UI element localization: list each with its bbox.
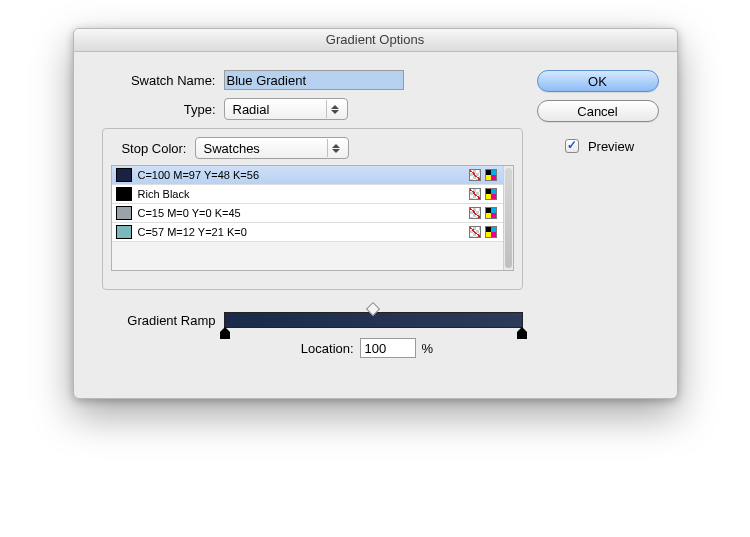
stop-color-popup-value: Swatches [204,141,260,156]
swatch-chip-icon [116,168,132,182]
location-label: Location: [301,341,354,356]
type-popup[interactable]: Radial [224,98,348,120]
scrollbar[interactable] [503,166,513,270]
swatch-type-icons [469,188,497,200]
swatch-type-icons [469,169,497,181]
dialog-window: Gradient Options Swatch Name: Type: Radi… [73,28,678,399]
stop-color-group: Stop Color: Swatches C=100 M=97 Y=48 K=5… [102,128,523,290]
swatch-name-label: C=100 M=97 Y=48 K=56 [138,169,463,181]
scrollbar-thumb[interactable] [505,168,512,268]
percent-label: % [422,341,434,356]
swatch-name-label: C=57 M=12 Y=21 K=0 [138,226,463,238]
ok-button[interactable]: OK [537,70,659,92]
swatch-none-icon [469,169,481,181]
swatch-chip-icon [116,206,132,220]
swatch-none-icon [469,226,481,238]
preview-checkbox[interactable] [565,139,579,153]
swatch-name-label: C=15 M=0 Y=0 K=45 [138,207,463,219]
swatch-row[interactable]: C=15 M=0 Y=0 K=45 [112,204,503,223]
cancel-button[interactable]: Cancel [537,100,659,122]
gradient-ramp[interactable] [224,312,523,328]
location-input[interactable] [360,338,416,358]
type-popup-value: Radial [233,102,270,117]
swatch-type-icons [469,226,497,238]
updown-arrows-icon [327,139,344,157]
swatch-cmyk-icon [485,226,497,238]
updown-arrows-icon [326,100,343,118]
gradient-stop-handle[interactable] [220,327,230,339]
type-label: Type: [92,102,216,117]
midpoint-diamond-icon[interactable] [366,302,380,316]
swatch-cmyk-icon [485,207,497,219]
swatch-type-icons [469,207,497,219]
gradient-ramp-label: Gradient Ramp [92,313,216,328]
swatch-row[interactable]: C=57 M=12 Y=21 K=0 [112,223,503,242]
preview-label: Preview [588,139,634,154]
swatch-name-label: Rich Black [138,188,463,200]
window-title: Gradient Options [74,29,677,52]
swatch-chip-icon [116,225,132,239]
swatch-cmyk-icon [485,169,497,181]
swatch-row[interactable]: Rich Black [112,185,503,204]
swatch-name-input[interactable] [224,70,404,90]
swatch-chip-icon [116,187,132,201]
swatch-name-label: Swatch Name: [92,73,216,88]
swatches-list[interactable]: C=100 M=97 Y=48 K=56Rich BlackC=15 M=0 Y… [111,165,514,271]
swatch-row[interactable]: C=100 M=97 Y=48 K=56 [112,166,503,185]
preview-checkbox-row[interactable]: Preview [537,136,659,156]
stop-color-popup[interactable]: Swatches [195,137,349,159]
swatch-none-icon [469,188,481,200]
swatch-cmyk-icon [485,188,497,200]
swatch-none-icon [469,207,481,219]
gradient-stop-handle[interactable] [517,327,527,339]
stop-color-label: Stop Color: [101,141,187,156]
